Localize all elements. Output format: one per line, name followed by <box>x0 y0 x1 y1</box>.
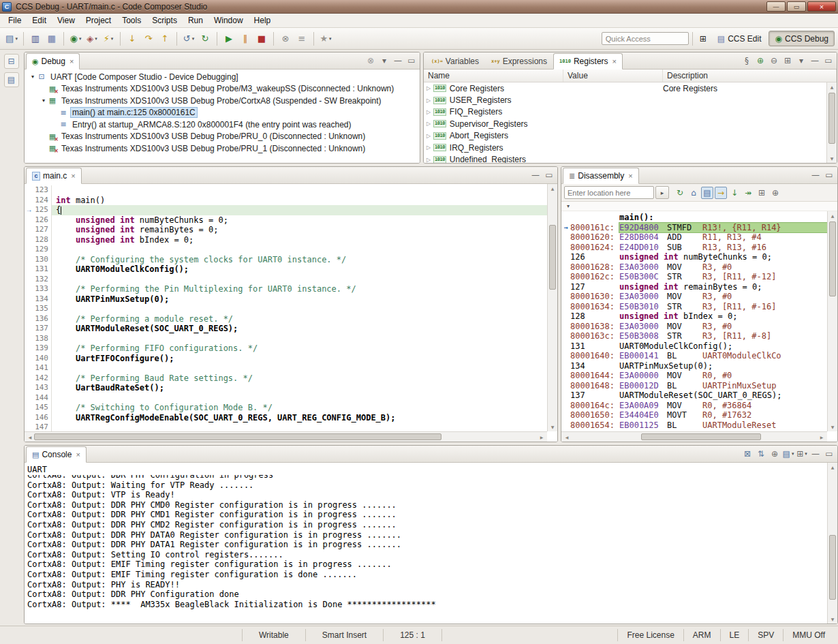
code-line[interactable]: 124int main() <box>25 196 547 206</box>
step-into-button[interactable]: ↓ <box>125 31 140 46</box>
code-line[interactable]: 128 unsigned int bIndex = 0; <box>25 235 547 245</box>
disasm-line[interactable]: 80001630:E3A03000MOVR3, #0 <box>561 292 827 302</box>
expand-arrow-icon[interactable]: ▷ <box>424 144 433 151</box>
expand-arrow-icon[interactable]: ▾ <box>40 97 48 104</box>
asm-step-into-button[interactable]: ↓ <box>728 187 741 199</box>
remove-all-terminated-button[interactable]: ⊗ <box>364 55 377 67</box>
expand-arrow-icon[interactable]: ▷ <box>424 85 433 91</box>
location-history-arrow-icon[interactable]: ▾ <box>567 203 570 209</box>
target-config-button[interactable]: ◈▾ <box>84 31 99 46</box>
menu-project[interactable]: Project <box>80 14 117 27</box>
minimize-view-button[interactable]: — <box>809 169 822 181</box>
code-line[interactable]: 141 <box>25 363 547 373</box>
step-return-button[interactable]: ↑ <box>157 31 172 46</box>
disasm-line[interactable]: →8000161c:E92D4800STMFDR13!, {R11, R14} <box>561 223 827 233</box>
location-input[interactable] <box>564 186 654 199</box>
step-over-button[interactable]: ↷ <box>141 31 156 46</box>
ccs-debug-perspective-button[interactable]: ◉CCS Debug <box>769 31 835 46</box>
scroll-up-icon[interactable]: ▲ <box>827 82 837 91</box>
scroll-left-icon[interactable]: ◀ <box>563 433 571 442</box>
maximize-view-button[interactable]: ▭ <box>823 169 835 181</box>
home-button[interactable]: ⌂ <box>687 187 700 199</box>
tab-registers[interactable]: 1010Registers× <box>553 53 623 70</box>
code-line[interactable]: 145 /* Switching to Configuration Mode B… <box>25 403 547 413</box>
scroll-lock-button[interactable]: ⇅ <box>755 448 767 460</box>
debug-tree-item[interactable]: ≡main() at main.c:125 0x8000161C <box>25 107 420 119</box>
close-icon[interactable]: × <box>628 172 632 180</box>
code-line[interactable]: 137 UARTModuleReset(SOC_UART_0_REGS); <box>25 324 547 334</box>
expand-arrow-icon[interactable]: ▷ <box>424 109 433 115</box>
tab-main-c[interactable]: c main.c × <box>26 168 82 184</box>
pin-console-button[interactable]: ⊕ <box>769 448 781 460</box>
disassembly-vertical-scrollbar[interactable]: ▲▼ <box>827 211 837 431</box>
asm-step-over-button[interactable]: ↠ <box>742 187 754 199</box>
close-icon[interactable]: × <box>69 57 74 65</box>
code-line[interactable]: 127 unsigned int remainBytes = 0; <box>25 225 547 235</box>
menu-tools[interactable]: Tools <box>117 14 146 27</box>
display-selected-console-button[interactable]: ▤▾ <box>782 448 794 460</box>
menu-view[interactable]: View <box>52 14 80 27</box>
close-icon[interactable]: × <box>612 57 617 65</box>
tab-console[interactable]: ▤ Console × <box>26 446 87 463</box>
expand-arrow-icon[interactable]: ▾ <box>29 74 37 80</box>
scrollbar-thumb[interactable] <box>549 225 556 290</box>
scroll-up-icon[interactable]: ▲ <box>548 184 557 193</box>
scroll-down-icon[interactable]: ▼ <box>548 423 557 431</box>
disasm-line[interactable]: 80001624:E24DD010SUBR13, R13, #16 <box>561 243 827 253</box>
code-line[interactable]: 135 <box>25 304 547 314</box>
menu-file[interactable]: File <box>3 14 27 27</box>
code-line[interactable]: 126 unsigned int numByteChunks = 0; <box>25 215 547 226</box>
open-console-button[interactable]: ⊞▾ <box>796 448 808 460</box>
register-row[interactable]: ▷1010Supervisor_Registers <box>424 118 837 129</box>
register-row[interactable]: ▷1010Core RegistersCore Registers <box>424 82 837 94</box>
code-line[interactable]: →125{ <box>25 205 547 215</box>
restart-button[interactable]: ↻ <box>198 31 213 46</box>
disconnect-button[interactable]: ⊗ <box>278 31 293 46</box>
tab-debug[interactable]: ◉ Debug × <box>26 53 80 70</box>
maximize-view-button[interactable]: ▭ <box>405 55 418 67</box>
show-source-toggle[interactable]: ▤ <box>701 187 713 199</box>
menu-window[interactable]: Window <box>208 14 249 27</box>
minimize-view-button[interactable]: — <box>809 55 821 67</box>
disasm-line[interactable]: 128unsigned int bIndex = 0; <box>561 311 827 322</box>
minimize-view-button[interactable]: — <box>529 169 542 181</box>
code-line[interactable]: 140 UartFIFOConfigure(); <box>25 354 547 364</box>
reset-button[interactable]: ↺▾ <box>181 31 196 46</box>
debug-tree-item[interactable]: ▦×Texas Instruments XDS100v3 USB Debug P… <box>25 131 420 143</box>
scroll-up-icon[interactable]: ▲ <box>828 463 837 472</box>
disasm-line[interactable]: 80001654:EB001125BLUARTModuleReset <box>561 420 827 431</box>
console-vertical-scrollbar[interactable]: ▲▼ <box>827 463 837 624</box>
minimize-view-button[interactable]: — <box>809 448 822 460</box>
scroll-down-icon[interactable]: ▼ <box>828 423 837 431</box>
expand-arrow-icon[interactable]: ▷ <box>424 157 433 163</box>
scrollbar-thumb[interactable] <box>641 433 761 440</box>
minimize-window-button[interactable]: — <box>766 1 786 12</box>
disassembly-listing[interactable]: main():→8000161c:E92D4800STMFDR13!, {R11… <box>561 211 827 431</box>
registers-vertical-scrollbar[interactable]: ▲▼ <box>826 82 837 163</box>
view-menu-button[interactable]: ▾ <box>378 55 390 67</box>
scroll-up-icon[interactable]: ▲ <box>828 211 837 220</box>
debug-tree-item[interactable]: ≡Entry() at startup_ARMCA8.S:120 0x80000… <box>25 119 420 131</box>
register-row[interactable]: ▷1010Abort_Registers <box>424 130 837 142</box>
column-header-value[interactable]: Value <box>563 70 663 82</box>
restore-window-button[interactable]: ▭ <box>787 1 806 12</box>
expand-arrow-icon[interactable]: ▷ <box>424 97 433 104</box>
disasm-line[interactable]: 134UARTPinMuxSetup(0); <box>561 361 827 371</box>
scrollbar-thumb[interactable] <box>829 535 836 599</box>
code-line[interactable]: 131 UART0ModuleClkConfig(); <box>25 264 547 275</box>
disasm-line[interactable]: 80001640:EB000141BLUART0ModuleClkCo <box>561 351 827 361</box>
disasm-line[interactable]: 80001638:E3A03000MOVR3, #0 <box>561 322 827 332</box>
code-line[interactable]: 129 <box>25 245 547 255</box>
project-explorer-fastview-button[interactable]: ▤ <box>4 72 19 87</box>
quick-access-input[interactable] <box>602 32 689 45</box>
disasm-line[interactable]: 137UARTModuleReset(SOC_UART_0_REGS); <box>561 390 827 401</box>
refresh-button[interactable]: ↻ <box>674 187 686 199</box>
code-line[interactable]: 139 /* Performing FIFO configurations. *… <box>25 343 547 354</box>
minimize-view-button[interactable]: — <box>392 55 404 67</box>
trace-highlight-button[interactable]: ★▾ <box>318 31 333 46</box>
console-output[interactable]: UARTCortxA8: Output: DDR PHY Configurati… <box>25 463 827 624</box>
code-editor[interactable]: 123124int main()→125{126 unsigned int nu… <box>25 184 547 431</box>
pin-view-button[interactable]: ⊕ <box>769 187 781 199</box>
scrollbar-thumb[interactable] <box>828 93 835 144</box>
code-line[interactable]: 133 /* Performing the Pin Multiplexing f… <box>25 284 547 294</box>
